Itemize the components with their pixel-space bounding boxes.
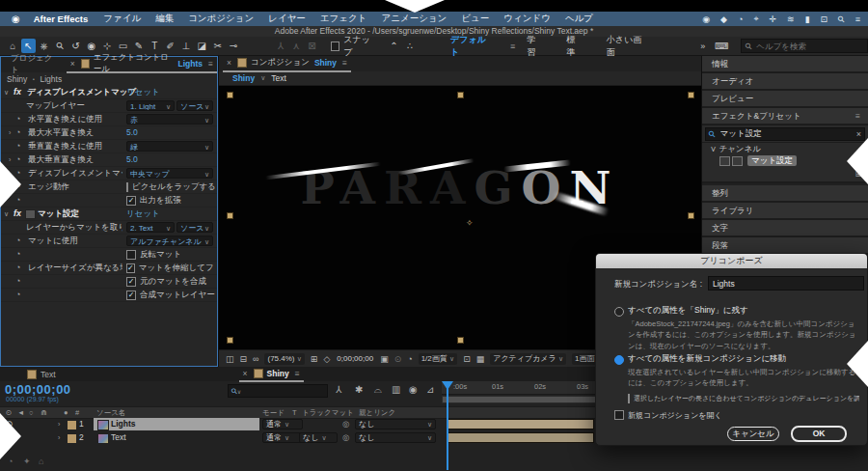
breadcrumb-layer[interactable]: Text [271, 73, 286, 83]
home-tool[interactable]: ⌂ [6, 39, 19, 53]
clear-search-icon[interactable]: × [856, 129, 861, 139]
panel-effects-presets[interactable]: エフェクト&プリセット ≡ [702, 108, 868, 125]
move-attributes-radio[interactable] [614, 355, 624, 365]
leave-attributes-label[interactable]: すべての属性を「Shiny」に残す [628, 305, 748, 317]
rotation-tool[interactable]: ↺ [68, 39, 82, 53]
chevron-down-icon[interactable]: ∨ [260, 74, 265, 82]
zoom-dropdown[interactable]: (75.4%) ∨ [264, 353, 304, 365]
mode-dropdown[interactable]: 通常∨ [262, 419, 303, 429]
transparency-grid-icon[interactable]: ▦ [476, 354, 485, 364]
panel-libraries[interactable]: ライブラリ [702, 203, 868, 220]
close-icon[interactable]: × [227, 58, 231, 68]
comp-timecode[interactable]: 0;00;00;00 [337, 354, 373, 363]
workspace-standard[interactable]: 標準 [567, 34, 583, 59]
layer-handle[interactable] [227, 212, 233, 219]
source-col-header[interactable]: ソース名 [96, 408, 125, 418]
layer-handle[interactable] [227, 337, 233, 344]
timeline-search-box[interactable]: ⚲∨ [228, 384, 328, 398]
app-menu[interactable]: After Effects [34, 14, 89, 24]
adjust-duration-checkbox-row[interactable]: 選択したレイヤーの長さに合わせてコンポジションのデュレーションを調整する [628, 394, 859, 403]
layer-handle[interactable] [457, 92, 464, 98]
launcher-icon[interactable]: ◆ [720, 14, 727, 24]
playhead-line[interactable] [447, 381, 448, 470]
workspace-learn[interactable]: 学習 [527, 34, 543, 59]
layer-anchor-icon[interactable]: ✧ [466, 218, 474, 228]
trkmat-dropdown[interactable]: なし∨ [299, 432, 338, 443]
stopwatch-icon[interactable]: ◔ [15, 140, 20, 152]
grid-guides-icon[interactable]: ⊞ [311, 354, 318, 364]
layer-label-swatch[interactable] [67, 433, 77, 444]
invert-matte-checkbox[interactable] [126, 250, 136, 260]
timeline-timecode[interactable]: 0;00;00;00 [5, 382, 71, 397]
stretch-matte-checkbox[interactable] [126, 263, 135, 273]
effects-result-row[interactable]: マット設定 [702, 154, 868, 167]
expand-inout-icon[interactable]: ⌂ [39, 457, 43, 466]
ok-button[interactable]: OK [791, 426, 847, 442]
monitor-icon[interactable]: ⊟ [240, 354, 248, 364]
panel-info[interactable]: 情報 [702, 56, 868, 73]
map-layer-dropdown[interactable]: 1. Light∨ [126, 100, 175, 111]
snapshot-icon[interactable]: ▣ [380, 354, 389, 364]
vertical-channel-dropdown[interactable]: 緑∨ [126, 141, 213, 152]
layer-handle[interactable] [457, 337, 464, 344]
airplay-icon[interactable]: ⊡ [821, 14, 828, 24]
playhead-marker[interactable] [442, 381, 453, 390]
brush-tool[interactable]: ✐ [163, 39, 176, 53]
control-center-icon[interactable]: ≡ [855, 14, 860, 24]
stopwatch-icon[interactable]: ◔ [15, 275, 20, 288]
pan-behind-tool[interactable]: ⊹ [100, 39, 114, 53]
graph-editor-icon[interactable]: ⊿ [426, 384, 434, 395]
matte-layer-dropdown[interactable]: 2. Text∨ [126, 222, 175, 233]
tab-timeline-text[interactable]: Text [23, 370, 56, 379]
panel-preview[interactable]: プレビュー [702, 91, 868, 108]
workspace-overflow-chevrons[interactable]: » [700, 42, 705, 51]
expand-icon[interactable]: › [58, 431, 60, 444]
panel-menu-icon[interactable]: ≡ [342, 58, 347, 68]
workspace-default[interactable]: デフォルト [450, 34, 493, 59]
t-col-header[interactable]: T [292, 408, 297, 417]
expand-output-checkbox[interactable] [126, 196, 136, 206]
effects-search-input[interactable] [719, 128, 856, 140]
parent-dropdown[interactable]: なし∨ [355, 432, 436, 443]
panel-align[interactable]: 整列 [702, 185, 868, 203]
hand-tool[interactable]: ⎈ [38, 39, 51, 53]
apple-menu-icon[interactable]: ◉ [12, 14, 20, 24]
layer-duration-bar[interactable] [448, 419, 594, 429]
resolution-dropdown[interactable]: 1/2画質 ∨ [419, 353, 457, 365]
view-dropdown[interactable]: アクティブカメラ ∨ [490, 353, 566, 365]
frame-blend-icon[interactable]: ▥ [392, 384, 400, 395]
glasses-icon[interactable]: ∞ [253, 354, 258, 364]
keychain-icon[interactable]: ⌖ [753, 14, 758, 24]
number-col-header[interactable]: # [75, 408, 79, 417]
cancel-button[interactable]: キャンセル [727, 427, 779, 441]
matte-layer-checkbox[interactable] [126, 291, 136, 300]
layer-name[interactable]: Lights [111, 418, 136, 430]
help-search-input[interactable] [754, 41, 863, 52]
wifi-icon[interactable]: ≋ [787, 14, 795, 24]
panel-menu-icon[interactable]: ≡ [208, 59, 213, 69]
mask-feather-icon[interactable]: ⌃ [387, 39, 400, 53]
effects-group-channel[interactable]: ∨ チャンネル [702, 143, 868, 154]
trkmat-col-header[interactable]: トラックマット [302, 408, 354, 418]
menu-item-edit[interactable]: 編集 [155, 13, 174, 25]
preview-quality-icon[interactable]: ◫ [226, 354, 234, 364]
layer-label-swatch[interactable] [67, 420, 77, 430]
expand-icon[interactable]: › [9, 126, 11, 139]
twisty-icon[interactable]: ∨ [4, 86, 9, 98]
puppet-pin-tool[interactable]: ⊸ [227, 39, 240, 53]
label-col-header[interactable]: ● [64, 408, 68, 417]
matte-source-dropdown[interactable]: ソース∨ [176, 222, 213, 233]
menu-item-window[interactable]: ウィンドウ [503, 13, 551, 25]
map-behavior-dropdown[interactable]: 中央マップ∨ [126, 168, 213, 179]
use-for-matte-dropdown[interactable]: アルファチャンネル∨ [126, 236, 213, 246]
stopwatch-icon[interactable]: ◔ [15, 289, 20, 301]
move-attributes-label[interactable]: すべての属性を新規コンポジションに移動 [628, 353, 786, 365]
effect-result-set-matte[interactable]: マット設定 [747, 155, 797, 166]
stopwatch-icon[interactable]: ◔ [15, 235, 20, 247]
effect-header-set-matte[interactable]: ∨ fx マット設定 リセット [1, 208, 217, 221]
clone-stamp-tool[interactable]: ⊥ [179, 39, 193, 53]
comp-flowchart-icon[interactable]: ⅄ [336, 384, 341, 395]
fx-badge-icon[interactable]: fx [14, 208, 21, 220]
stopwatch-icon[interactable]: ◔ [15, 248, 20, 261]
max-horizontal-value[interactable]: 5.0 [126, 126, 138, 139]
